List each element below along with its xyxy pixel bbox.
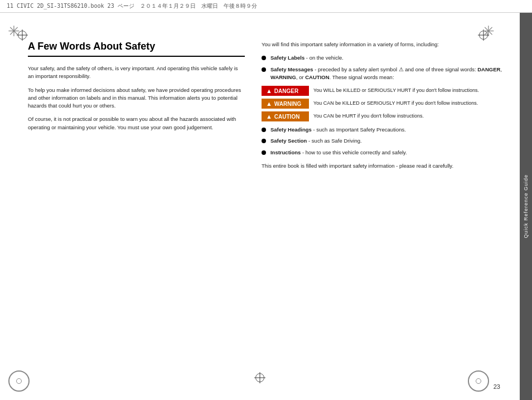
bullet-safety-messages: Safety Messages - preceded by a safety a… <box>262 66 503 82</box>
danger-label: DANGER <box>274 88 298 94</box>
page-title: A Few Words About Safety <box>28 41 245 57</box>
bullet-dot <box>262 139 266 143</box>
right-column: You will find this important safety info… <box>256 24 503 389</box>
left-column: A Few Words About Safety Your safety, an… <box>28 24 256 389</box>
danger-box: ▲ DANGER <box>262 86 309 96</box>
bullet-safety-section: Safety Section - such as Safe Driving. <box>262 137 503 145</box>
bullet-dot <box>262 56 266 60</box>
warning-box: ▲ WARNING <box>262 99 309 109</box>
signal-caution-row: ▲ CAUTION You CAN be HURT if you don't f… <box>262 111 503 121</box>
bullet-text: Safety Section - such as Safe Driving. <box>270 137 362 145</box>
danger-triangle: ▲ <box>266 87 272 94</box>
signal-boxes: ▲ DANGER You WILL be KILLED or SERIOUSLY… <box>262 86 503 121</box>
bullet-dot <box>262 150 266 155</box>
page-area: ✳ ✳ A Few Words About Safety Your safety… <box>0 13 520 400</box>
bullet-text: Safety Messages - preceded by a safety a… <box>270 66 503 82</box>
left-paragraph-2: To help you make informed decisions abou… <box>28 86 245 110</box>
signal-danger-row: ▲ DANGER You WILL be KILLED or SERIOUSLY… <box>262 86 503 96</box>
bullet-dot <box>262 67 266 72</box>
main-content: ✳ ✳ A Few Words About Safety Your safety… <box>0 13 532 400</box>
page-number: 23 <box>494 383 500 390</box>
caution-box: ▲ CAUTION <box>262 111 309 121</box>
bullet-text: Safety Headings - such as Important Safe… <box>270 126 406 134</box>
bullet-text: Instructions - how to use this vehicle c… <box>270 149 407 157</box>
left-paragraph-3: Of course, it is not practical or possib… <box>28 115 245 131</box>
top-left-gear: ✳ <box>8 24 20 38</box>
footer-text: This entire book is filled with importan… <box>262 162 503 170</box>
bullet-safety-labels: Safety Labels - on the vehicle. <box>262 54 503 62</box>
caution-label: CAUTION <box>274 114 300 120</box>
file-info: 11 CIVIC 2D_SI-31TS86210.book 23 ページ ２０１… <box>7 3 257 9</box>
danger-description: You WILL be KILLED or SERIOUSLY HURT if … <box>313 86 479 94</box>
caution-description: You CAN be HURT if you don't follow inst… <box>313 111 424 120</box>
sidebar-tab-label: Quick Reference Guide <box>523 174 529 238</box>
bottom-left-decoration <box>8 370 30 392</box>
warning-description: You CAN be KILLED or SERIOUSLY HURT if y… <box>313 99 478 107</box>
right-intro: You will find this important safety info… <box>262 41 503 48</box>
warning-label: WARNING <box>274 101 301 107</box>
bullet-safety-headings: Safety Headings - such as Important Safe… <box>262 126 503 134</box>
bullet-dot <box>262 128 266 132</box>
left-paragraph-1: Your safety, and the safety of others, i… <box>28 65 245 81</box>
bullet-instructions: Instructions - how to use this vehicle c… <box>262 149 503 157</box>
bottom-center-crosshair <box>254 372 265 383</box>
bottom-right-decoration <box>468 370 489 392</box>
sidebar-tab: Quick Reference Guide <box>520 13 532 400</box>
caution-triangle: ▲ <box>266 113 272 120</box>
warning-triangle: ▲ <box>266 100 272 107</box>
signal-warning-row: ▲ WARNING You CAN be KILLED or SERIOUSLY… <box>262 99 503 109</box>
header-bar: 11 CIVIC 2D_SI-31TS86210.book 23 ページ ２０１… <box>0 0 532 13</box>
page: 11 CIVIC 2D_SI-31TS86210.book 23 ページ ２０１… <box>0 0 532 400</box>
top-right-gear: ✳ <box>482 24 495 38</box>
bullet-text: Safety Labels - on the vehicle. <box>270 54 344 62</box>
